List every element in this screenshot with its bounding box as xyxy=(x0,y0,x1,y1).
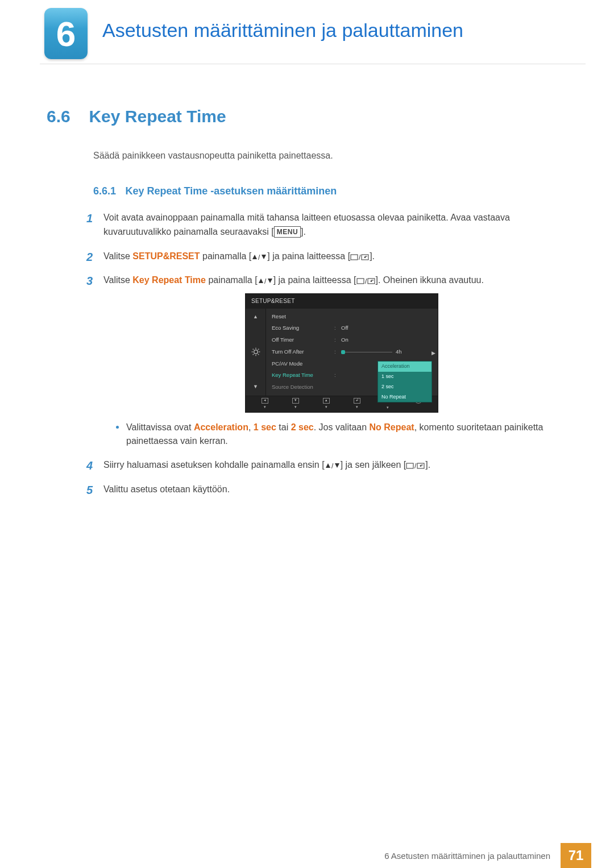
osd-btn-enter-icon: ↲ xyxy=(354,398,360,404)
opt-no-repeat: No Repeat xyxy=(370,422,414,432)
step-4: 4 Siirry haluamasi asetuksen kohdalle pa… xyxy=(86,458,580,472)
enter-return-icon: / xyxy=(350,254,370,260)
osd-screenshot: SETUP&RESET ▲ ▼ Reset Eco Saving:Off Off… xyxy=(245,293,438,413)
opt-1sec: 1 sec xyxy=(254,422,276,432)
svg-text:/: / xyxy=(258,254,260,260)
step-4-text-c: ]. xyxy=(425,460,430,470)
step-2-text-a: Valitse xyxy=(103,251,132,261)
osd-options-panel: Acceleration 1 sec 2 sec No Repeat xyxy=(377,361,432,403)
section-intro: Säädä painikkeen vastausnopeutta painike… xyxy=(93,149,580,163)
step-3-bullet: Valittavissa ovat Acceleration, 1 sec ta… xyxy=(116,421,580,448)
svg-marker-23 xyxy=(326,463,330,468)
svg-text:/: / xyxy=(264,277,267,284)
step-4-text-b: ] ja sen jälkeen [ xyxy=(341,460,406,470)
section-title: Key Repeat Time xyxy=(89,107,226,126)
svg-rect-10 xyxy=(357,279,364,284)
step-2: 2 Valitse SETUP&RESET painamalla [/] ja … xyxy=(86,250,580,264)
opt-acceleration: Acceleration xyxy=(194,422,248,432)
osd-val-turn-off: 4h xyxy=(396,348,402,356)
osd-option-2sec: 2 sec xyxy=(378,382,432,392)
step-5: 5 Valittu asetus otetaan käyttöön. xyxy=(86,483,580,497)
step-number: 5 xyxy=(86,481,93,499)
osd-row-off-timer: Off Timer xyxy=(272,336,334,344)
osd-row-eco: Eco Saving xyxy=(272,324,334,333)
osd-title: SETUP&RESET xyxy=(246,294,438,309)
page-footer: 6 Asetusten määrittäminen ja palauttamin… xyxy=(0,843,614,868)
step-3: 3 Valitse Key Repeat Time painamalla [/]… xyxy=(86,273,580,448)
chapter-number: 6 xyxy=(56,14,76,54)
divider xyxy=(40,64,586,64)
svg-marker-2 xyxy=(262,255,266,259)
svg-marker-7 xyxy=(259,279,263,283)
up-down-icon: / xyxy=(325,462,341,469)
footer-text: 6 Asetusten määrittäminen ja palauttamin… xyxy=(384,843,561,868)
step-3-text-c: ] ja paina laitteessa [ xyxy=(273,275,356,285)
up-down-icon: / xyxy=(251,254,267,260)
svg-text:/: / xyxy=(359,254,361,260)
key-repeat-time-label: Key Repeat Time xyxy=(132,275,206,285)
osd-row-source: Source Detection xyxy=(272,383,334,392)
svg-text:/: / xyxy=(331,462,334,469)
osd-caret-icon: ▶ xyxy=(432,350,435,358)
menu-button-icon: MENU xyxy=(274,226,301,238)
svg-rect-3 xyxy=(351,255,358,260)
step-number: 4 xyxy=(86,457,93,475)
svg-line-19 xyxy=(252,349,253,350)
step-number: 2 xyxy=(86,248,93,266)
osd-btn-down-icon: ▾ xyxy=(292,398,299,404)
up-down-icon: / xyxy=(258,277,273,284)
step-3-text-b: painamalla [ xyxy=(206,275,258,285)
osd-option-1sec: 1 sec xyxy=(378,372,432,382)
osd-row-krt: Key Repeat Time xyxy=(272,371,334,380)
step-2-text-b: painamalla [ xyxy=(200,251,252,261)
svg-marker-13 xyxy=(370,281,372,282)
chapter-number-badge: 6 xyxy=(44,8,88,59)
svg-line-21 xyxy=(258,349,259,350)
osd-row-turn-off: Turn Off After xyxy=(272,348,334,356)
svg-marker-0 xyxy=(252,255,257,259)
svg-line-20 xyxy=(258,354,259,355)
osd-val-eco: Off xyxy=(341,324,432,333)
osd-up-icon: ▲ xyxy=(253,313,258,321)
osd-option-no-repeat: No Repeat xyxy=(378,392,432,402)
svg-rect-26 xyxy=(406,463,413,468)
svg-marker-25 xyxy=(335,463,339,468)
enter-return-icon: / xyxy=(406,462,425,469)
step-2-text-d: ]. xyxy=(370,251,375,261)
step-1: 1 Voit avata avainoppaan painamalla mitä… xyxy=(86,211,580,239)
svg-point-14 xyxy=(254,350,258,354)
step-3-text-a: Valitse xyxy=(103,275,132,285)
subsection-number: 6.6.1 xyxy=(93,185,116,197)
step-5-text: Valittu asetus otetaan käyttöön. xyxy=(103,484,230,494)
opt-2sec: 2 sec xyxy=(291,422,314,432)
svg-marker-6 xyxy=(364,257,366,258)
step-number: 1 xyxy=(86,210,93,227)
osd-btn-back-icon: ◂ xyxy=(262,398,268,404)
osd-down-icon: ▼ xyxy=(253,383,258,391)
step-number: 3 xyxy=(86,272,93,290)
section-number: 6.6 xyxy=(47,107,86,126)
step-4-text-a: Siirry haluamasi asetuksen kohdalle pain… xyxy=(103,460,325,470)
step-2-text-c: ] ja paina laitteessa [ xyxy=(267,251,350,261)
setup-reset-label: SETUP&RESET xyxy=(132,251,200,261)
osd-row-reset: Reset xyxy=(272,313,334,321)
osd-option-acceleration: Acceleration xyxy=(378,362,432,372)
step-1-text-b: ]. xyxy=(301,227,306,236)
gear-icon xyxy=(251,347,260,356)
osd-slider xyxy=(341,352,392,352)
osd-row-pcav: PC/AV Mode xyxy=(272,360,334,368)
osd-val-off-timer: On xyxy=(341,336,432,344)
svg-marker-9 xyxy=(268,279,272,283)
svg-line-22 xyxy=(252,354,253,355)
enter-return-icon: / xyxy=(356,277,376,284)
svg-text:/: / xyxy=(414,462,417,469)
footer-page-number: 71 xyxy=(561,843,591,868)
step-1-text-a: Voit avata avainoppaan painamalla mitä t… xyxy=(103,213,510,236)
svg-text:/: / xyxy=(365,277,367,284)
step-3-text-d: ]. Oheinen ikkuna avautuu. xyxy=(376,275,484,285)
subsection-title: Key Repeat Time -asetuksen määrittäminen xyxy=(126,185,337,197)
svg-marker-29 xyxy=(420,466,422,467)
chapter-title: Asetusten määrittäminen ja palauttaminen xyxy=(102,19,463,41)
osd-btn-up-icon: ▴ xyxy=(323,398,330,404)
